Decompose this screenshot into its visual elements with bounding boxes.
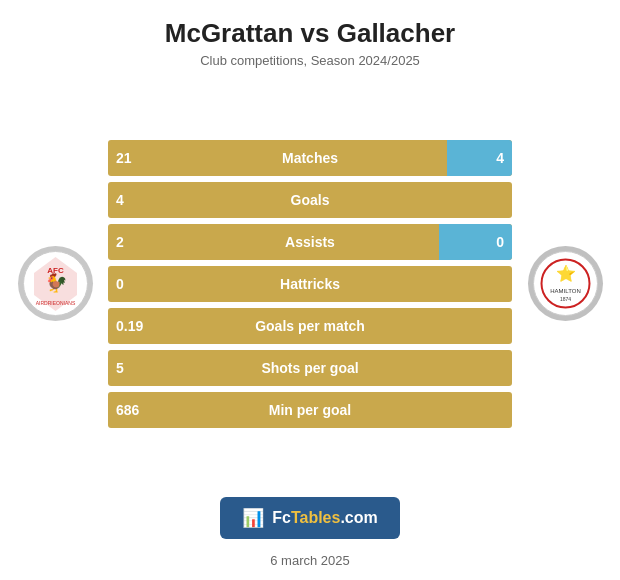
- logo-left: AFC 🐓 AIRDRIEONIANS: [10, 246, 100, 321]
- stat-label: Matches: [282, 150, 338, 166]
- stat-value-left: 5: [116, 360, 124, 376]
- stat-row: 0Hattricks: [108, 266, 512, 302]
- stat-value-left: 0: [116, 276, 124, 292]
- stat-label: Assists: [285, 234, 335, 250]
- stat-label: Goals: [291, 192, 330, 208]
- stat-row: 4Goals: [108, 182, 512, 218]
- fctables-banner: 📊 FcTables.com: [220, 497, 400, 539]
- stat-value-left: 2: [116, 234, 124, 250]
- svg-text:🐓: 🐓: [44, 272, 67, 294]
- stat-value-left: 4: [116, 192, 124, 208]
- svg-text:AIRDRIEONIANS: AIRDRIEONIANS: [35, 300, 75, 306]
- stat-value-left: 686: [116, 402, 139, 418]
- svg-text:1874: 1874: [559, 296, 570, 302]
- svg-text:HAMILTON: HAMILTON: [550, 288, 580, 294]
- stat-value-left: 21: [116, 150, 132, 166]
- stats-container: 21Matches44Goals2Assists00Hattricks0.19G…: [100, 140, 520, 428]
- stat-row: 686Min per goal: [108, 392, 512, 428]
- logo-right: ⭐ HAMILTON 1874: [520, 246, 610, 321]
- stat-row: 21Matches4: [108, 140, 512, 176]
- stat-label: Min per goal: [269, 402, 351, 418]
- stat-value-right: 4: [496, 150, 504, 166]
- svg-point-7: [537, 256, 593, 312]
- stat-value-right: 0: [496, 234, 504, 250]
- stat-row: 2Assists0: [108, 224, 512, 260]
- stat-row: 0.19Goals per match: [108, 308, 512, 344]
- stat-label: Shots per goal: [261, 360, 358, 376]
- subtitle: Club competitions, Season 2024/2025: [165, 53, 455, 68]
- page-title: McGrattan vs Gallacher: [165, 18, 455, 49]
- stat-label: Goals per match: [255, 318, 365, 334]
- fctables-icon: 📊: [242, 507, 264, 529]
- stat-row: 5Shots per goal: [108, 350, 512, 386]
- stat-label: Hattricks: [280, 276, 340, 292]
- stat-value-left: 0.19: [116, 318, 143, 334]
- footer-date: 6 march 2025: [270, 545, 350, 580]
- svg-text:⭐: ⭐: [555, 264, 575, 283]
- fctables-text: FcTables.com: [272, 509, 378, 527]
